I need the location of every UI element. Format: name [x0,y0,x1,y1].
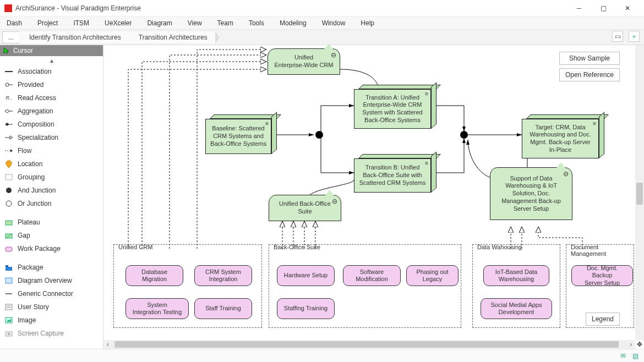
palette-specialization[interactable]: Specialization [0,131,103,144]
svg-marker-9 [10,136,13,139]
palette-association[interactable]: Association [0,65,103,78]
wp-software-mod[interactable]: Software Modification [343,265,401,286]
palette-user-story[interactable]: User Story [0,300,103,314]
palette-package[interactable]: Package [0,261,103,274]
palette-flow[interactable]: Flow [0,144,103,157]
palette-location[interactable]: Location [0,157,103,171]
package-icon [4,263,13,272]
scroll-left-icon[interactable]: ‹ [103,340,112,349]
toolbar-layout-icon[interactable]: ▭ [612,31,623,42]
palette-composition[interactable]: Composition [0,118,103,131]
minimize-button[interactable]: ─ [567,0,591,17]
menubar: Dash Project ITSM UeXceler Diagram View … [0,17,644,30]
node-transition-b[interactable]: ≡Transition B: Unified Back-Office Suite… [354,154,436,193]
breadcrumb-item-1[interactable]: Identify Transition Architectures [19,31,129,43]
menu-project[interactable]: Project [37,19,58,27]
palette: Cursor ▴ Association Provided R..Read Ac… [0,45,103,349]
palette-item-label: Association [18,68,51,75]
wp-label: Staffing Training [284,305,328,312]
overview-icon [4,276,13,285]
breadcrumb-root[interactable]: ... [2,31,20,43]
connector-icon [4,289,13,298]
menu-dash[interactable]: Dash [7,19,22,27]
vertical-scrollbar[interactable] [635,45,644,340]
and-junction-1[interactable] [315,131,323,139]
bars-icon: ≡ [593,120,596,128]
wp-label: Hardware Setup [284,272,328,279]
palette-image[interactable]: Image [0,314,103,327]
palette-gap[interactable]: Gap [0,229,103,242]
node-unified-crm[interactable]: ⊖ Unified Enterprise-Wide CRM [268,48,340,75]
diagram-canvas[interactable]: Show Sample Open Reference Legend [103,45,635,340]
node-unified-bo[interactable]: ⊖ Unified Back-Office Suite [269,195,341,221]
wp-staff-training[interactable]: Staff Training [194,298,252,319]
group-label: Unified CRM [117,244,154,250]
palette-item-label: Specialization [18,134,58,141]
wp-hardware-setup[interactable]: Hardware Setup [277,265,335,286]
horizontal-scrollbar[interactable]: ‹ › [103,340,635,349]
palette-provided[interactable]: Provided [0,78,103,91]
menu-team[interactable]: Team [217,19,233,27]
close-button[interactable]: ✕ [615,0,640,17]
wp-crm-integration[interactable]: CRM System Integration [194,265,252,286]
palette-plateau[interactable]: Plateau [0,216,103,229]
scroll-right-icon[interactable]: › [626,340,635,349]
wp-label: Social Medial Apps Development [491,301,542,316]
svg-rect-19 [6,265,8,267]
menu-window[interactable]: Window [322,19,346,27]
wp-staffing-training[interactable]: Staffing Training [277,298,335,319]
menu-itsm[interactable]: ITSM [73,19,89,27]
wp-label: Database Migration [141,268,167,283]
menu-view[interactable]: View [188,19,202,27]
menu-uexceler[interactable]: UeXceler [105,19,132,27]
palette-item-label: Grouping [18,173,45,181]
palette-item-label: Generic Connector [18,290,73,298]
palette-aggregation[interactable]: Aggregation [0,105,103,118]
image-icon [4,316,13,325]
wp-phasing-legacy[interactable]: Phasing out Legacy [406,265,459,286]
menu-diagram[interactable]: Diagram [147,19,172,27]
bars-icon: ≡ [425,160,428,167]
palette-item-label: Work Package [18,245,61,253]
palette-generic-connector[interactable]: Generic Connector [0,287,103,300]
wp-sys-int-test[interactable]: System Integration Testing [125,298,189,319]
node-support-dw[interactable]: ⊖ Support of Data Warehousing & IoT Solu… [490,167,572,220]
scrollbar-thumb[interactable] [114,341,619,348]
wp-label: IoT-Based Data Warehousing [495,268,537,283]
palette-or-junction[interactable]: Or Junction [0,197,103,210]
notification-icon[interactable]: ▤ [632,352,638,360]
grouping-icon [4,173,13,182]
maximize-button[interactable]: ▢ [591,0,615,17]
show-sample-button[interactable]: Show Sample [559,52,620,65]
move-icon[interactable]: ✥ [635,340,644,349]
quick-buttons: Show Sample Open Reference [559,52,620,81]
palette-cursor[interactable]: Cursor [0,45,103,56]
menu-modeling[interactable]: Modeling [280,19,307,27]
wp-iot-dw[interactable]: IoT-Based Data Warehousing [483,265,549,286]
wp-doc-backup[interactable]: Doc. Mgmt. Backup Server Setup [571,265,633,286]
palette-read-access[interactable]: R..Read Access [0,91,103,105]
open-reference-button[interactable]: Open Reference [559,68,620,81]
menu-help[interactable]: Help [361,19,374,27]
node-baseline[interactable]: ≡Baseline: Scattered CRM Systems and Bac… [205,114,277,154]
palette-and-junction[interactable]: And Junction [0,184,103,197]
palette-grouping[interactable]: Grouping [0,171,103,184]
palette-diagram-overview[interactable]: Diagram Overview [0,274,103,287]
aggregation-icon [4,107,13,116]
node-target[interactable]: ≡Target: CRM, Data Warehousing and Doc. … [522,114,604,158]
toolbar-add-icon[interactable]: ＋ [629,31,640,42]
palette-work-package[interactable]: Work Package [0,242,103,255]
node-transition-a[interactable]: ≡Transition A: Unified Enterprise-Wide C… [354,85,436,129]
and-junction-2[interactable] [460,131,468,139]
svg-rect-21 [6,278,12,283]
node-label: Unified Back-Office Suite [279,200,331,216]
palette-item-label: And Junction [18,187,56,194]
scrollbar-thumb[interactable] [636,183,643,205]
menu-tools[interactable]: Tools [249,19,264,27]
mail-icon[interactable]: ✉ [620,352,626,360]
wp-db-migration[interactable]: Database Migration [125,265,183,286]
palette-screen-capture[interactable]: Screen Capture [0,327,103,340]
palette-collapse-icon[interactable]: ▴ [0,56,103,65]
breadcrumb-item-2[interactable]: Transition Architectures [129,31,215,43]
wp-social-apps[interactable]: Social Medial Apps Development [481,298,552,319]
